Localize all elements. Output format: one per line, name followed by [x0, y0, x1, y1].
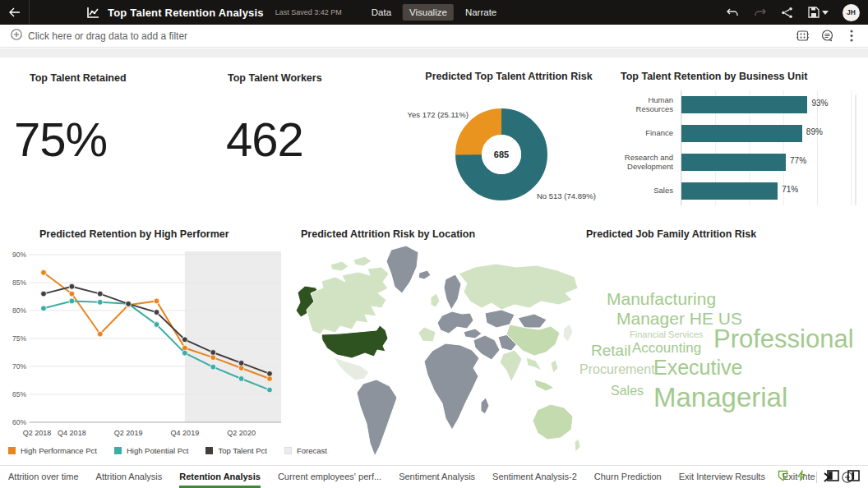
data-point[interactable] — [210, 350, 216, 356]
bar-finance[interactable] — [681, 125, 802, 142]
donut-center-value: 685 — [494, 150, 509, 159]
sheet-tab[interactable]: Current employees' perf... — [278, 466, 381, 488]
kebab-menu-icon[interactable] — [845, 30, 858, 43]
map-region-india[interactable] — [500, 350, 522, 382]
sheet-tab[interactable]: Sentiment Analysis — [399, 466, 475, 488]
map-region-canada[interactable] — [307, 267, 389, 334]
canvas-top-gutter — [0, 48, 868, 58]
x-tick-label: Q2 2020 — [227, 429, 256, 437]
nav-data[interactable]: Data — [365, 4, 398, 21]
line-chart-title: Predicted Retention by High Performer — [39, 228, 229, 240]
map-region-indonesia[interactable] — [534, 380, 554, 391]
data-point[interactable] — [182, 337, 187, 343]
wordcloud-word[interactable]: Managerial — [653, 384, 787, 411]
map-region-turkey[interactable] — [464, 329, 482, 338]
data-point[interactable] — [97, 331, 103, 337]
bar-category-label: Research and Development — [615, 148, 681, 177]
map-region-mexico[interactable] — [334, 357, 369, 380]
redo-icon[interactable] — [753, 6, 766, 19]
legend-item[interactable]: Top Talent Pct — [205, 446, 267, 455]
sheet-tab[interactable]: Churn Prediction — [594, 466, 662, 488]
avatar[interactable]: JH — [843, 4, 860, 21]
nav-visualize[interactable]: Visualize — [403, 4, 454, 21]
data-point[interactable] — [69, 291, 75, 297]
map-region-greenland[interactable] — [386, 246, 418, 293]
data-point[interactable] — [154, 310, 159, 315]
map-region-mongolia[interactable] — [518, 314, 547, 328]
quick-actions-lightning-icon[interactable] — [796, 470, 806, 485]
map-region-scandinavia[interactable] — [444, 274, 461, 310]
bar-category-label: Human Resources — [615, 90, 681, 119]
data-point[interactable] — [69, 283, 75, 289]
data-point[interactable] — [238, 361, 244, 366]
data-point[interactable] — [154, 322, 159, 328]
bar-research-and-development[interactable] — [681, 154, 786, 171]
bar-value-label: 71% — [782, 185, 798, 194]
kpi-workers-value[interactable]: 462 — [226, 112, 303, 167]
sheet-tab[interactable]: Sentiment Analysis-2 — [492, 466, 577, 488]
sheet-tab[interactable]: Attrition over time — [8, 466, 79, 488]
x-tick-label: Q4 2019 — [171, 429, 200, 437]
data-point[interactable] — [210, 364, 216, 370]
map-region-south-america[interactable] — [357, 380, 397, 456]
map-region-arctic-island[interactable] — [330, 261, 349, 271]
data-point[interactable] — [97, 299, 103, 305]
data-point[interactable] — [97, 291, 103, 297]
map-region-se-asia[interactable] — [526, 357, 542, 371]
data-point[interactable] — [41, 291, 47, 297]
sheet-tab[interactable]: Exit Interview Results — [679, 466, 765, 488]
data-point[interactable] — [238, 376, 244, 382]
back-button[interactable] — [0, 0, 30, 25]
wordcloud-word[interactable]: Retail — [591, 343, 631, 358]
map-region-australia[interactable] — [533, 404, 573, 440]
data-point[interactable] — [267, 371, 273, 376]
data-point[interactable] — [182, 350, 187, 356]
wordcloud-word[interactable]: Sales — [611, 384, 644, 398]
kpi-retained-value[interactable]: 75% — [14, 112, 107, 167]
canvas-scrollbar[interactable] — [855, 94, 856, 205]
add-filter-control[interactable]: Click here or drag data to add a filter — [11, 29, 187, 43]
report-alert-icon[interactable] — [778, 470, 788, 485]
map-region-japan[interactable] — [563, 324, 573, 342]
bar-category-label: Finance — [615, 119, 681, 148]
left-pane-toggle-icon[interactable] — [827, 470, 839, 485]
legend-item[interactable]: High Performance Pct — [8, 446, 97, 455]
bar-category-label: Sales — [615, 177, 681, 205]
map-region-philippines[interactable] — [551, 360, 558, 373]
nav-narrate[interactable]: Narrate — [459, 4, 503, 21]
map-region-madagascar[interactable] — [481, 398, 489, 414]
sheet-tab[interactable]: Retention Analysis — [179, 466, 261, 488]
data-point[interactable] — [154, 298, 159, 304]
map-region-arctic-island[interactable] — [353, 256, 372, 266]
save-menu-button[interactable] — [807, 6, 829, 19]
wordcloud-word[interactable]: Professional — [713, 326, 854, 352]
data-point[interactable] — [41, 306, 47, 311]
bar-sales[interactable] — [681, 182, 778, 200]
data-point[interactable] — [69, 298, 75, 304]
wordcloud-word[interactable]: Procurement — [579, 363, 655, 376]
wordcloud-word[interactable]: Manufacturing — [607, 290, 716, 307]
data-point[interactable] — [41, 269, 47, 275]
share-icon[interactable] — [780, 6, 793, 19]
donut-chart: 685Yes 172 (25.11%)No 513 (74.89%) — [403, 84, 615, 219]
save-caret-icon — [822, 11, 829, 15]
wordcloud-word[interactable]: Financial Services — [630, 330, 703, 339]
data-grid-icon[interactable] — [796, 30, 809, 43]
sheet-tab[interactable]: Attrition Analysis — [96, 466, 163, 488]
comments-icon[interactable] — [820, 30, 833, 43]
map-region-iceland[interactable] — [418, 270, 431, 279]
map-region-uk[interactable] — [431, 293, 440, 307]
wordcloud-word[interactable]: Executive — [653, 357, 742, 378]
world-map — [294, 242, 582, 460]
save-icon — [808, 7, 820, 18]
map-region-russia[interactable] — [459, 264, 578, 310]
map-region-africa[interactable] — [424, 343, 479, 430]
legend-item[interactable]: High Potential Pct — [114, 446, 189, 455]
bar-human-resources[interactable] — [681, 96, 807, 113]
wordcloud-word[interactable]: Accounting — [632, 341, 701, 355]
data-point[interactable] — [126, 301, 132, 306]
data-point[interactable] — [267, 387, 273, 393]
undo-icon[interactable] — [726, 6, 739, 19]
map-region-iberia[interactable] — [418, 327, 436, 342]
right-pane-toggle-icon[interactable] — [847, 470, 860, 485]
